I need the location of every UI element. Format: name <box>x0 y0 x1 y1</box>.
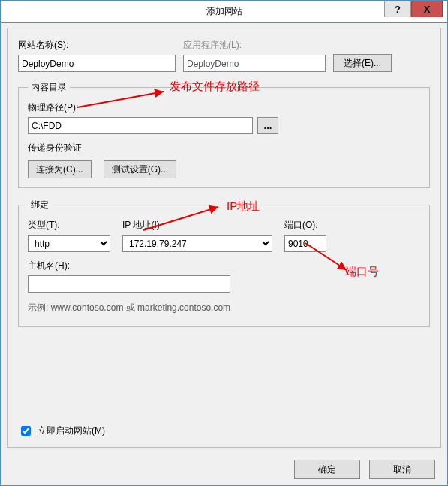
binding-group: 绑定 类型(T): http IP 地址(I): 172.19.79.247 端… <box>18 199 430 327</box>
dialog-footer: 确定 取消 <box>1 454 447 485</box>
binding-ip-label: IP 地址(I): <box>122 219 272 232</box>
window-title: 添加网站 <box>1 1 447 22</box>
passthrough-auth-label: 传递身份验证 <box>28 142 420 154</box>
site-name-label: 网站名称(S): <box>18 39 176 52</box>
cancel-button[interactable]: 取消 <box>369 460 435 479</box>
content-directory-group: 内容目录 物理路径(P): ... 传递身份验证 连接为(C)... 测试设置(… <box>18 81 430 188</box>
site-name-input[interactable] <box>18 55 176 72</box>
dialog-body: 网站名称(S): 应用程序池(L): 选择(E)... 内容目录 物理路径(P)… <box>7 28 441 448</box>
browse-path-button[interactable]: ... <box>257 117 278 134</box>
content-directory-legend: 内容目录 <box>28 81 70 94</box>
connect-as-button[interactable]: 连接为(C)... <box>28 160 92 178</box>
physical-path-input[interactable] <box>28 117 253 134</box>
test-settings-button[interactable]: 测试设置(G)... <box>104 160 176 178</box>
binding-ip-select[interactable]: 172.19.79.247 <box>122 235 272 252</box>
binding-type-select[interactable]: http <box>28 235 110 252</box>
binding-port-label: 端口(O): <box>284 219 329 232</box>
hostname-label: 主机名(H): <box>28 260 420 272</box>
hostname-input[interactable] <box>28 275 230 292</box>
app-pool-input <box>183 55 326 72</box>
physical-path-label: 物理路径(P): <box>28 101 420 114</box>
titlebar: 添加网站 ? X <box>1 1 447 22</box>
top-row: 网站名称(S): 应用程序池(L): 选择(E)... <box>18 39 430 72</box>
close-button[interactable]: X <box>411 1 443 17</box>
binding-port-input[interactable] <box>284 235 326 252</box>
select-app-pool-button[interactable]: 选择(E)... <box>333 54 392 72</box>
binding-type-label: 类型(T): <box>28 219 110 232</box>
binding-legend: 绑定 <box>28 199 52 212</box>
help-button[interactable]: ? <box>384 1 411 17</box>
ok-button[interactable]: 确定 <box>294 460 360 479</box>
start-immediately-label: 立即启动网站(M) <box>38 424 105 437</box>
start-immediately-row: 立即启动网站(M) <box>18 424 105 438</box>
add-website-dialog: 添加网站 ? X 网站名称(S): 应用程序池(L): 选择(E)... 内容目… <box>0 0 448 486</box>
app-pool-label: 应用程序池(L): <box>183 39 326 52</box>
hostname-example: 示例: www.contoso.com 或 marketing.contoso.… <box>28 302 420 314</box>
start-immediately-checkbox[interactable] <box>21 426 31 436</box>
